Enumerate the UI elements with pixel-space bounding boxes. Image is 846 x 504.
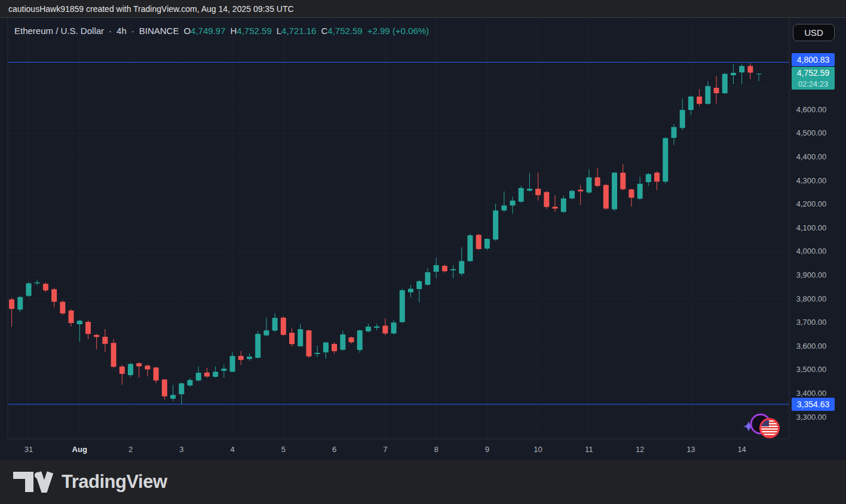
ohlc-low: L4,721.16 bbox=[277, 26, 317, 36]
candle-body bbox=[306, 330, 311, 357]
candle-body bbox=[553, 207, 558, 208]
price-tick-label: 4,100.00 bbox=[790, 223, 833, 233]
currency-toggle-button[interactable]: USD bbox=[793, 24, 835, 41]
candle-body bbox=[85, 322, 91, 334]
candle-body bbox=[654, 173, 660, 182]
candlestick-chart[interactable] bbox=[0, 19, 846, 460]
candle-body bbox=[69, 311, 74, 323]
us-flag-icon bbox=[760, 419, 779, 438]
candle-body bbox=[680, 110, 685, 128]
time-axis-label: 11 bbox=[585, 444, 593, 455]
candle-body bbox=[637, 184, 643, 199]
candle-body bbox=[731, 73, 736, 75]
price-tick-label: 3,500.00 bbox=[790, 364, 833, 375]
time-axis-label: 3 bbox=[179, 444, 183, 455]
time-axis-label: 31 bbox=[24, 444, 33, 455]
candle-body bbox=[119, 367, 125, 374]
time-axis-label: 13 bbox=[686, 444, 695, 455]
price-tick-label: 4,000.00 bbox=[790, 246, 833, 257]
candle-body bbox=[620, 173, 626, 189]
price-tick-label: 3,600.00 bbox=[790, 341, 833, 352]
chart-pane[interactable]: Ethereum / U.S. Dollar·4h·BINANCE O4,749… bbox=[0, 19, 846, 460]
candle-body bbox=[586, 177, 591, 192]
price-tick-label: 3,900.00 bbox=[790, 270, 833, 281]
candle-body bbox=[128, 364, 133, 376]
candle-body bbox=[136, 363, 142, 366]
candle-body bbox=[739, 66, 744, 73]
attribution-bar: cautiousHawk91859 created with TradingVi… bbox=[0, 0, 846, 18]
open-label: O bbox=[183, 26, 191, 36]
price-tick-label: 4,300.00 bbox=[790, 176, 833, 186]
candle-body bbox=[535, 189, 541, 195]
candle-body bbox=[145, 365, 150, 369]
low-label: L bbox=[277, 26, 281, 36]
time-axis-label: 10 bbox=[534, 444, 542, 455]
candle-body bbox=[425, 272, 430, 285]
last-price-label: 4,752.59 02:24:23 bbox=[792, 67, 835, 90]
price-tick-label: 3,800.00 bbox=[790, 294, 833, 305]
tradingview-logo-text: TradingView bbox=[62, 471, 167, 493]
candle-body bbox=[51, 289, 57, 302]
candle-body bbox=[340, 334, 345, 350]
candle-body bbox=[612, 173, 617, 209]
candle-body bbox=[60, 302, 65, 313]
candle-body bbox=[671, 127, 676, 138]
tradingview-logo-link[interactable]: TradingView bbox=[13, 471, 167, 493]
candle-body bbox=[289, 333, 295, 344]
open-value: 4,749.97 bbox=[191, 26, 225, 36]
price-tick-label: 4,400.00 bbox=[790, 152, 833, 162]
symbol-pair-logo bbox=[743, 413, 781, 442]
candle-body bbox=[315, 353, 320, 354]
candle-body bbox=[442, 266, 447, 271]
candle-body bbox=[459, 261, 464, 273]
last-price-value: 4,752.59 bbox=[792, 67, 835, 79]
candle-body bbox=[179, 383, 184, 394]
candle-body bbox=[35, 282, 40, 284]
candle-body bbox=[230, 356, 235, 372]
interval-label: 4h bbox=[117, 26, 127, 36]
candle-body bbox=[26, 283, 32, 296]
candle-body bbox=[756, 73, 762, 74]
ohlc-open: O4,749.97 bbox=[183, 26, 225, 36]
candle-body bbox=[527, 189, 532, 190]
candle-body bbox=[238, 356, 244, 360]
candle-body bbox=[162, 380, 167, 397]
candle-body bbox=[391, 322, 397, 333]
candle-body bbox=[476, 235, 482, 249]
tradingview-logo-icon bbox=[13, 471, 54, 493]
candle-body bbox=[603, 185, 609, 209]
candle-body bbox=[366, 327, 371, 331]
candle-body bbox=[221, 368, 226, 371]
candle-body bbox=[247, 357, 252, 359]
candle-body bbox=[485, 239, 490, 248]
exchange-label: BINANCE bbox=[139, 26, 179, 36]
candle-body bbox=[323, 342, 329, 352]
time-axis-label: 4 bbox=[230, 444, 234, 455]
candle-body bbox=[519, 188, 524, 202]
candle-body bbox=[722, 74, 728, 93]
attribution-text: cautiousHawk91859 created with TradingVi… bbox=[8, 4, 294, 14]
close-value: 4,752.59 bbox=[327, 26, 362, 36]
candle-body bbox=[561, 198, 566, 212]
candle-body bbox=[357, 330, 363, 350]
candle-body bbox=[467, 235, 473, 261]
candle-body bbox=[714, 88, 719, 93]
candle-body bbox=[578, 190, 583, 192]
price-tick-label: 4,500.00 bbox=[790, 128, 833, 139]
candle-body bbox=[705, 86, 710, 104]
candle-body bbox=[102, 337, 108, 344]
time-axis-label: Aug bbox=[72, 444, 87, 455]
candle-body bbox=[9, 299, 14, 309]
candle-body bbox=[501, 205, 507, 210]
time-axis-label: 14 bbox=[737, 444, 746, 455]
candle-body bbox=[77, 321, 82, 324]
candle-body bbox=[255, 334, 260, 358]
candle-body bbox=[688, 97, 694, 110]
branding-footer: TradingView bbox=[0, 460, 846, 504]
time-axis-label: 8 bbox=[434, 444, 438, 455]
candle-body bbox=[569, 191, 575, 199]
candle-body bbox=[281, 318, 286, 335]
candle-body bbox=[663, 138, 668, 182]
candle-body bbox=[263, 330, 269, 335]
candle-body bbox=[170, 395, 176, 398]
